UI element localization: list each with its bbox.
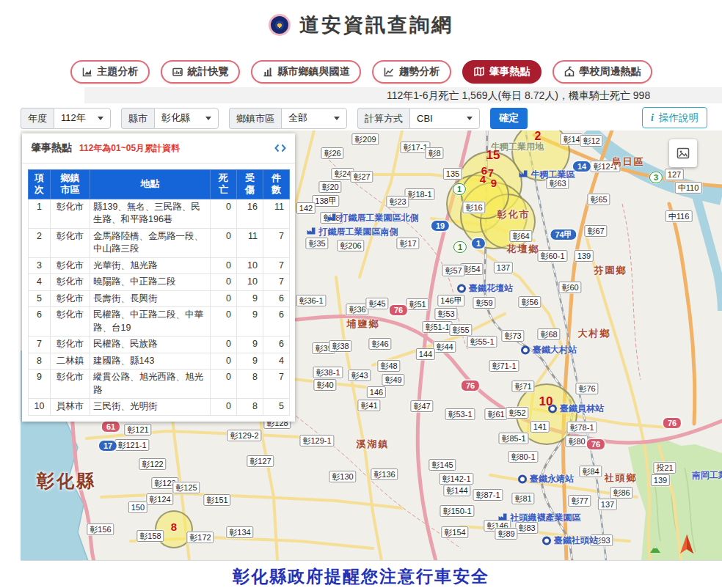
- road-shield: 彰77: [568, 495, 591, 507]
- poi-label: 臺鐵員林站: [548, 403, 604, 415]
- table-row[interactable]: 7彰化市民權路、民族路096: [29, 337, 290, 353]
- road-shield: 彰206: [337, 240, 364, 251]
- district-select[interactable]: 全部: [281, 108, 347, 129]
- train-station-icon: [457, 284, 466, 293]
- table-row[interactable]: 6彰化市民權路、中正路二段、中華路、台19096: [29, 307, 290, 337]
- table-row[interactable]: 8二林鎮建國路、縣143094: [29, 353, 290, 370]
- poi-label: 臺鐵永靖站: [518, 473, 574, 485]
- cell-deaths: 0: [211, 337, 237, 353]
- table-row[interactable]: 2彰化市金馬路陸橋、金馬路一段、中山路三段0117: [29, 228, 290, 257]
- table-row[interactable]: 5彰化市長壽街、長興街096: [29, 290, 290, 307]
- panel-title: 肇事熱點: [31, 142, 72, 155]
- hotspot-table-head: 項 次鄉鎮 市區地點死 亡受 傷件 數: [29, 170, 290, 199]
- confirm-button[interactable]: 確定: [490, 108, 528, 129]
- factory-icon: [307, 227, 316, 237]
- cell-rank: 3: [29, 257, 51, 274]
- road-shield: 彰44: [433, 341, 456, 353]
- factory-icon: [498, 512, 508, 523]
- help-label: 操作說明: [659, 111, 699, 125]
- hotspot-count: 9: [491, 177, 497, 189]
- basemap-button[interactable]: [669, 139, 697, 167]
- method-select[interactable]: CBI: [409, 108, 480, 129]
- help-button[interactable]: i 操作說明: [642, 107, 707, 128]
- road-shield: 彰121-1: [114, 439, 149, 451]
- road-shield: 彰43: [348, 370, 371, 381]
- road-shield: 彰86: [610, 487, 632, 499]
- road-shield: 彰38-1: [313, 367, 343, 378]
- chevron-down-icon: [205, 117, 211, 120]
- road-shield: 投21: [653, 462, 676, 474]
- map-icon: [473, 66, 485, 78]
- poi-label: 牛稠工業區: [519, 169, 575, 181]
- road-shield: 彰124: [146, 493, 173, 505]
- road-shield: 彰55-1: [467, 336, 497, 348]
- tab-school-hotspots[interactable]: 學校周邊熱點: [553, 60, 652, 84]
- cell-district: 彰化市: [51, 290, 90, 307]
- cell-count: 7: [263, 257, 290, 274]
- cell-deaths: 0: [211, 199, 237, 228]
- cell-injuries: 10: [237, 257, 263, 274]
- tab-stats-overview[interactable]: 統計快覽: [161, 60, 240, 84]
- method-label: 計算方式: [357, 108, 409, 129]
- road-shield: 彰81: [511, 493, 534, 504]
- district-value: 全部: [288, 111, 307, 125]
- town-label: 大村鄉: [578, 327, 611, 340]
- column-header: 死 亡: [211, 170, 237, 199]
- filter-bar: 年度 112年 縣市 彰化縣 鄉鎮市區 全部 計算方式 CBI: [21, 107, 722, 129]
- county-value: 彰化縣: [161, 111, 190, 125]
- road-shield: 彰38: [329, 340, 351, 352]
- county-select[interactable]: 彰化縣: [154, 108, 219, 129]
- road-shield: 137: [598, 499, 617, 510]
- header-row: 項 次鄉鎮 市區地點死 亡受 傷件 數: [29, 170, 290, 199]
- tab-trend-analysis[interactable]: 趨勢分析: [372, 60, 451, 84]
- table-row[interactable]: 9彰化市縱貫公路、旭光西路、旭光路087: [29, 370, 290, 399]
- collapse-arrows-icon: [274, 144, 286, 152]
- poi-text: 打鐵厝工業園區南側: [319, 226, 398, 238]
- town-label: 芬園鄉: [594, 264, 627, 277]
- road-shield: 76: [461, 380, 480, 392]
- year-value: 112年: [61, 111, 86, 125]
- poi-label: 臺鐵大村站: [521, 344, 577, 356]
- chevron-down-icon: [467, 117, 473, 120]
- tab-county-township-highway[interactable]: 縣市鄉鎮與國道: [251, 60, 361, 84]
- road-shield: 1: [453, 241, 467, 253]
- hotspot-count: 4: [480, 173, 486, 185]
- cell-deaths: 0: [211, 274, 237, 291]
- road-shield: 3: [649, 172, 663, 183]
- tab-crash-hotspots[interactable]: 肇事熱點: [462, 60, 542, 84]
- road-shield: 彰142-1: [439, 473, 473, 485]
- town-label: 烏日區: [612, 155, 645, 169]
- stats-ticker: 112年1-6月死亡 1,569人(每日 8.72人)，機車騎士死亡 998: [84, 87, 722, 103]
- train-station-icon: [521, 345, 530, 354]
- road-shield: 127: [665, 169, 684, 180]
- road-shield: 彰158: [136, 530, 164, 542]
- table-row[interactable]: 3彰化市光華街、旭光路0107: [29, 257, 290, 274]
- road-shield: 彰59: [473, 297, 495, 309]
- road-shield: 彰35: [305, 238, 328, 249]
- cell-rank: 4: [29, 274, 51, 291]
- table-row[interactable]: 10員林市三民街、光明街085: [29, 399, 290, 416]
- road-shield: 彰61: [484, 408, 507, 420]
- road-shield: 彰89: [495, 528, 517, 540]
- cell-rank: 2: [29, 228, 51, 257]
- table-row[interactable]: 1彰化市縣139、無名、三民路、民生路、和平路196巷01611: [29, 199, 290, 228]
- cell-location: 縣139、無名、三民路、民生路、和平路196巷: [90, 199, 211, 228]
- cell-district: 彰化市: [51, 199, 90, 228]
- road-shield: 76: [389, 304, 408, 316]
- year-select[interactable]: 112年: [54, 108, 111, 129]
- hotspot-count: 10: [539, 394, 553, 409]
- column-header: 地點: [90, 170, 211, 199]
- tab-theme-analysis[interactable]: 主題分析: [70, 60, 150, 84]
- collapse-panel-button[interactable]: [274, 144, 286, 152]
- cell-location: 三民街、光明街: [90, 399, 211, 416]
- road-shield: 彰45: [365, 298, 388, 309]
- road-shield: 彰65: [587, 194, 610, 205]
- cell-district: 二林鎮: [51, 353, 90, 370]
- road-shield: 146甲: [437, 295, 464, 306]
- column-header: 受 傷: [237, 170, 263, 199]
- cell-location: 光華街、旭光路: [90, 257, 211, 274]
- hotspot-count: 8: [171, 521, 177, 533]
- table-row[interactable]: 4彰化市曉陽路、中正路二段0107: [29, 274, 290, 291]
- page: 道安資訊查詢網 主題分析統計快覽縣市鄉鎮與國道趨勢分析肇事熱點學校周邊熱點 11…: [0, 0, 722, 588]
- area-chart-icon: [81, 66, 93, 78]
